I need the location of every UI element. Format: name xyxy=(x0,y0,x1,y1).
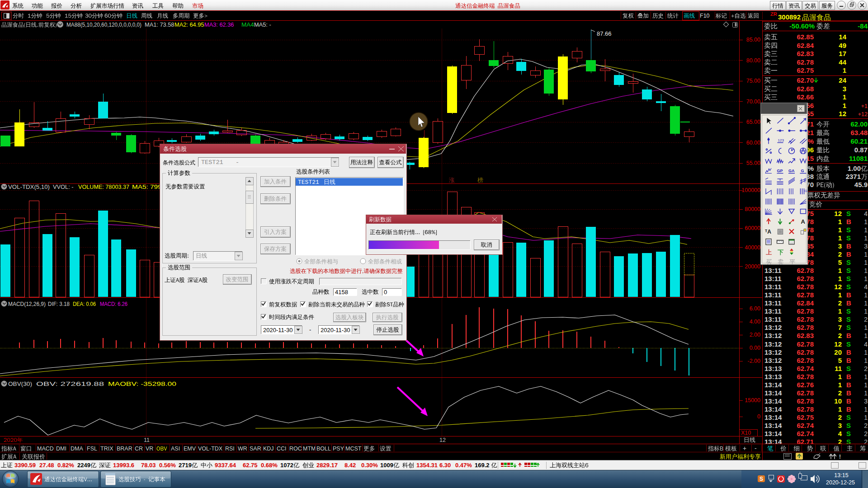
svg-text:1: 1 xyxy=(864,308,868,315)
svg-text:S: S xyxy=(846,413,851,421)
svg-text:5: 5 xyxy=(838,258,842,266)
svg-text:VOL-TDX(5,10): VOL-TDX(5,10) xyxy=(8,183,50,190)
svg-text:1: 1 xyxy=(864,218,868,225)
svg-text:62.78: 62.78 xyxy=(797,291,814,299)
svg-text:1: 1 xyxy=(838,307,842,315)
svg-text:TEST21: TEST21 xyxy=(201,159,223,166)
svg-text:9337.64: 9337.64 xyxy=(215,462,236,469)
svg-text:3: 3 xyxy=(864,243,868,250)
svg-text:-: - xyxy=(309,326,311,333)
svg-text:VOLUME: 78003.37: VOLUME: 78003.37 xyxy=(78,183,129,190)
svg-text:62.85: 62.85 xyxy=(797,33,814,41)
svg-text:14: 14 xyxy=(839,33,846,41)
svg-text:80000: 80000 xyxy=(745,206,760,212)
svg-text:62.78: 62.78 xyxy=(797,315,814,323)
svg-text:1: 1 xyxy=(864,381,868,389)
svg-text:2020-12-25: 2020-12-25 xyxy=(826,479,855,486)
svg-text:13:12: 13:12 xyxy=(764,340,782,348)
svg-text:2: 2 xyxy=(864,422,868,429)
svg-text:3: 3 xyxy=(838,242,842,250)
svg-text:13:14: 13:14 xyxy=(764,397,782,405)
svg-text:S: S xyxy=(846,258,851,266)
svg-text:62.66: 62.66 xyxy=(797,93,814,101)
svg-text:0: 0 xyxy=(384,289,387,296)
svg-text:1: 1 xyxy=(864,226,868,234)
svg-text:0.68%: 0.68% xyxy=(261,462,278,469)
svg-text:1: 1 xyxy=(843,102,846,109)
svg-text:B: B xyxy=(846,389,851,397)
svg-text:300892: 300892 xyxy=(778,13,801,21)
svg-text:13:14: 13:14 xyxy=(764,413,782,421)
svg-text:1: 1 xyxy=(838,218,842,225)
svg-text:62.83: 62.83 xyxy=(797,50,814,57)
svg-text:S: S xyxy=(846,365,851,372)
svg-text:BOLL: BOLL xyxy=(316,446,331,452)
svg-text:EMV: EMV xyxy=(184,446,196,452)
svg-text:1: 1 xyxy=(864,406,868,413)
svg-text:2: 2 xyxy=(864,430,868,437)
svg-text:1: 1 xyxy=(864,275,868,282)
svg-text:B: B xyxy=(846,373,851,380)
svg-text:OBV(30): OBV(30) xyxy=(8,380,32,387)
svg-text:62.78: 62.78 xyxy=(797,324,814,331)
svg-text:62.75: 62.75 xyxy=(797,413,814,421)
svg-text:0.30%: 0.30% xyxy=(361,462,378,469)
svg-text:1.00: 1.00 xyxy=(848,164,861,172)
svg-text:SAR: SAR xyxy=(250,446,261,452)
svg-text:0.56%: 0.56% xyxy=(159,462,176,469)
svg-text:62.78: 62.78 xyxy=(797,357,814,364)
svg-text:13:11: 13:11 xyxy=(764,307,782,315)
svg-text:44: 44 xyxy=(839,58,846,66)
svg-text:13:13: 13:13 xyxy=(764,365,782,372)
svg-text:1: 1 xyxy=(838,381,842,389)
svg-text:20: 20 xyxy=(834,348,842,356)
svg-text:S: S xyxy=(846,324,851,331)
svg-text:62.76: 62.76 xyxy=(797,381,814,389)
svg-text:DIF: 3.18: DIF: 3.18 xyxy=(48,300,70,307)
svg-text:13:11: 13:11 xyxy=(764,315,782,323)
svg-text:!: ! xyxy=(839,454,841,460)
svg-text:-: - xyxy=(236,159,239,166)
svg-text:1: 1 xyxy=(864,349,868,356)
svg-text:85.00: 85.00 xyxy=(746,37,760,43)
svg-text:60000: 60000 xyxy=(745,225,760,231)
svg-text:S: S xyxy=(846,315,851,323)
svg-text:1: 1 xyxy=(864,324,868,331)
svg-text:13:11: 13:11 xyxy=(764,299,782,307)
svg-text:62.78: 62.78 xyxy=(797,389,814,397)
svg-text:60.21: 60.21 xyxy=(850,137,868,145)
svg-text:49: 49 xyxy=(839,42,846,49)
svg-text:MAOBV: -35298.00: MAOBV: -35298.00 xyxy=(108,380,176,387)
svg-text:G: G xyxy=(805,189,807,193)
svg-text:12: 12 xyxy=(834,210,842,217)
svg-text:13:11: 13:11 xyxy=(764,267,782,274)
svg-text:B: B xyxy=(846,381,851,389)
svg-text:S: S xyxy=(846,438,851,446)
svg-text:S: S xyxy=(846,430,851,437)
svg-text:13:14: 13:14 xyxy=(764,438,782,446)
svg-text:B: B xyxy=(846,405,851,413)
svg-text:MACD: MACD xyxy=(37,446,54,452)
svg-text:4: 4 xyxy=(838,430,842,437)
svg-text:6.30: 6.30 xyxy=(439,462,451,469)
svg-text:CCI: CCI xyxy=(277,446,287,452)
svg-text:0.82%: 0.82% xyxy=(57,462,74,469)
svg-text:2: 2 xyxy=(838,332,842,339)
svg-text:4158: 4158 xyxy=(335,289,348,296)
svg-text:3390.59: 3390.59 xyxy=(14,462,36,469)
svg-text:1: 1 xyxy=(864,251,868,258)
svg-text:7: 7 xyxy=(838,324,842,331)
svg-text:62.75: 62.75 xyxy=(797,66,814,74)
svg-text:12: 12 xyxy=(439,437,446,443)
svg-text:62.74: 62.74 xyxy=(797,365,814,372)
svg-text:62.00: 62.00 xyxy=(850,120,868,128)
svg-text:1: 1 xyxy=(838,226,842,234)
svg-text:0.00: 0.00 xyxy=(750,345,760,351)
svg-text:ZR: ZR xyxy=(770,11,777,17)
svg-text:1354.31: 1354.31 xyxy=(416,462,438,469)
svg-text:13:14: 13:14 xyxy=(764,430,782,437)
svg-text:B: B xyxy=(846,291,851,299)
svg-text:B: B xyxy=(846,397,851,405)
svg-text:VOL-TDX: VOL-TDX xyxy=(198,446,223,452)
svg-text:100000: 100000 xyxy=(741,187,760,193)
